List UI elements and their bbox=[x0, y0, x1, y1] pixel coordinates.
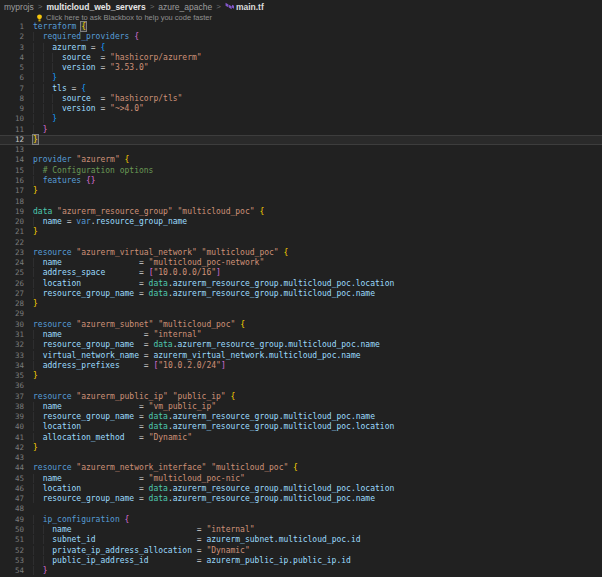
code-line[interactable]: 31 name = "internal" bbox=[0, 330, 602, 340]
line-number[interactable]: 23 bbox=[0, 248, 24, 258]
line-number[interactable]: 1 bbox=[0, 22, 24, 32]
code-line[interactable]: 34 address_prefixes = ["10.0.2.0/24"] bbox=[0, 361, 602, 371]
code-line[interactable]: 25 address_space = ["10.0.0.0/16"] bbox=[0, 268, 602, 278]
code-line[interactable]: 36 bbox=[0, 381, 602, 391]
code-line[interactable]: 29 bbox=[0, 309, 602, 319]
code-editor[interactable]: 1terraform {2 required_providers {3 azur… bbox=[0, 22, 602, 576]
line-number[interactable]: 37 bbox=[0, 392, 24, 402]
code-line[interactable]: 38 name = "vm_public_ip" bbox=[0, 402, 602, 412]
code-line[interactable]: 51 subnet_id = azurerm_subnet.multicloud… bbox=[0, 535, 602, 545]
code-line[interactable]: 42} bbox=[0, 443, 602, 453]
line-number[interactable]: 30 bbox=[0, 320, 24, 330]
line-number[interactable]: 3 bbox=[0, 43, 24, 53]
code-line[interactable]: 49 ip_configuration { bbox=[0, 515, 602, 525]
code-line[interactable]: 54 } bbox=[0, 566, 602, 576]
line-number[interactable]: 15 bbox=[0, 166, 24, 176]
line-number[interactable]: 9 bbox=[0, 104, 24, 114]
code-line[interactable]: 21} bbox=[0, 227, 602, 237]
code-line[interactable]: 22 bbox=[0, 238, 602, 248]
code-line[interactable]: 30resource "azurerm_subnet" "multicloud_… bbox=[0, 320, 602, 330]
code-line[interactable]: 47 resource_group_name = data.azurerm_re… bbox=[0, 494, 602, 504]
line-number[interactable]: 14 bbox=[0, 155, 24, 165]
code-line[interactable]: 24 name = "multicloud_poc-network" bbox=[0, 258, 602, 268]
line-number[interactable]: 50 bbox=[0, 525, 24, 535]
code-line[interactable]: 40 location = data.azurerm_resource_grou… bbox=[0, 422, 602, 432]
line-number[interactable]: 33 bbox=[0, 351, 24, 361]
code-line[interactable]: 41 allocation_method = "Dynamic" bbox=[0, 433, 602, 443]
code-line[interactable]: 45 name = "multicloud_poc-nic" bbox=[0, 474, 602, 484]
code-line[interactable]: 10 } bbox=[0, 114, 602, 124]
code-line[interactable]: 53 public_ip_address_id = azurerm_public… bbox=[0, 556, 602, 566]
code-line[interactable]: 35} bbox=[0, 371, 602, 381]
line-number[interactable]: 35 bbox=[0, 371, 24, 381]
line-number[interactable]: 29 bbox=[0, 309, 24, 319]
line-number[interactable]: 42 bbox=[0, 443, 24, 453]
line-number[interactable]: 10 bbox=[0, 114, 24, 124]
code-line[interactable]: 7 tls = { bbox=[0, 84, 602, 94]
code-line[interactable]: 28} bbox=[0, 299, 602, 309]
code-line[interactable]: 4 source = "hashicorp/azurerm" bbox=[0, 53, 602, 63]
code-line[interactable]: 32 resource_group_name = data.azurerm_re… bbox=[0, 340, 602, 350]
line-number[interactable]: 51 bbox=[0, 535, 24, 545]
line-number[interactable]: 32 bbox=[0, 340, 24, 350]
code-line[interactable]: 15 # Configuration options bbox=[0, 166, 602, 176]
code-line[interactable]: 5 version = "3.53.0" bbox=[0, 63, 602, 73]
code-line[interactable]: 18 bbox=[0, 197, 602, 207]
line-number[interactable]: 16 bbox=[0, 176, 24, 186]
line-number[interactable]: 8 bbox=[0, 94, 24, 104]
code-line[interactable]: 52 private_ip_address_allocation = "Dyna… bbox=[0, 546, 602, 556]
line-number[interactable]: 18 bbox=[0, 197, 24, 207]
line-number[interactable]: 45 bbox=[0, 474, 24, 484]
code-line[interactable]: 11 } bbox=[0, 125, 602, 135]
line-number[interactable]: 19 bbox=[0, 207, 24, 217]
line-number[interactable]: 13 bbox=[0, 145, 24, 155]
line-number[interactable]: 52 bbox=[0, 546, 24, 556]
blackbox-hint[interactable]: Click here to ask Blackbox to help you c… bbox=[0, 13, 602, 22]
code-line[interactable]: 16 features {} bbox=[0, 176, 602, 186]
line-number[interactable]: 41 bbox=[0, 433, 24, 443]
line-number[interactable]: 2 bbox=[0, 32, 24, 42]
line-number[interactable]: 39 bbox=[0, 412, 24, 422]
line-number[interactable]: 49 bbox=[0, 515, 24, 525]
code-line[interactable]: 12} bbox=[0, 135, 602, 145]
line-number[interactable]: 40 bbox=[0, 422, 24, 432]
breadcrumb-item-azure-apache[interactable]: azure_apache bbox=[158, 2, 212, 12]
code-line[interactable]: 39 resource_group_name = data.azurerm_re… bbox=[0, 412, 602, 422]
line-number[interactable]: 20 bbox=[0, 217, 24, 227]
code-line[interactable]: 27 resource_group_name = data.azurerm_re… bbox=[0, 289, 602, 299]
line-number[interactable]: 43 bbox=[0, 453, 24, 463]
line-number[interactable]: 27 bbox=[0, 289, 24, 299]
line-number[interactable]: 24 bbox=[0, 258, 24, 268]
code-line[interactable]: 17} bbox=[0, 186, 602, 196]
line-number[interactable]: 26 bbox=[0, 279, 24, 289]
line-number[interactable]: 28 bbox=[0, 299, 24, 309]
line-number[interactable]: 31 bbox=[0, 330, 24, 340]
code-line[interactable]: 6 } bbox=[0, 73, 602, 83]
line-number[interactable]: 25 bbox=[0, 268, 24, 278]
code-line[interactable]: 33 virtual_network_name = azurerm_virtua… bbox=[0, 351, 602, 361]
line-number[interactable]: 53 bbox=[0, 556, 24, 566]
line-number[interactable]: 44 bbox=[0, 463, 24, 473]
line-number[interactable]: 34 bbox=[0, 361, 24, 371]
breadcrumb-item-myprojs[interactable]: myprojs bbox=[4, 2, 34, 12]
line-number[interactable]: 7 bbox=[0, 84, 24, 94]
code-line[interactable]: 37resource "azurerm_public_ip" "public_i… bbox=[0, 392, 602, 402]
breadcrumb-file[interactable]: main.tf bbox=[225, 2, 264, 12]
breadcrumb-item-multicloud-web-servers[interactable]: multicloud_web_servers bbox=[46, 2, 145, 12]
line-number[interactable]: 38 bbox=[0, 402, 24, 412]
line-number[interactable]: 54 bbox=[0, 566, 24, 576]
code-line[interactable]: 8 source = "hashicorp/tls" bbox=[0, 94, 602, 104]
line-number[interactable]: 17 bbox=[0, 186, 24, 196]
code-line[interactable]: 2 required_providers { bbox=[0, 32, 602, 42]
line-number[interactable]: 5 bbox=[0, 63, 24, 73]
line-number[interactable]: 47 bbox=[0, 494, 24, 504]
code-line[interactable]: 50 name = "internal" bbox=[0, 525, 602, 535]
code-line[interactable]: 26 location = data.azurerm_resource_grou… bbox=[0, 279, 602, 289]
line-number[interactable]: 22 bbox=[0, 238, 24, 248]
line-number[interactable]: 46 bbox=[0, 484, 24, 494]
line-number[interactable]: 4 bbox=[0, 53, 24, 63]
line-number[interactable]: 21 bbox=[0, 227, 24, 237]
code-line[interactable]: 3 azurerm = { bbox=[0, 43, 602, 53]
code-line[interactable]: 43 bbox=[0, 453, 602, 463]
line-number[interactable]: 11 bbox=[0, 125, 24, 135]
